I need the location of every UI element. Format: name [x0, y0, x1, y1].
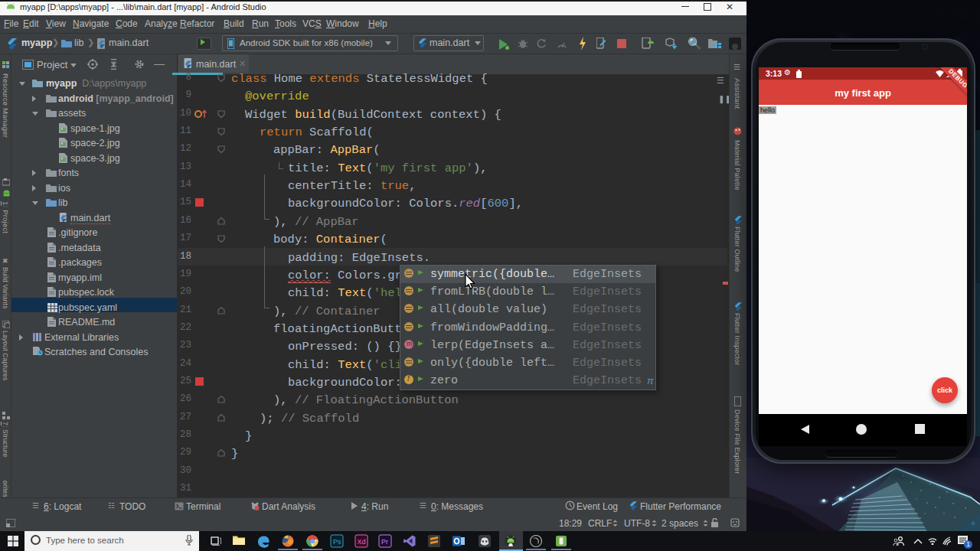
svg-text:Xd: Xd [357, 538, 365, 546]
svg-text:Ps: Ps [333, 538, 341, 546]
svg-text:Pr: Pr [381, 538, 388, 546]
